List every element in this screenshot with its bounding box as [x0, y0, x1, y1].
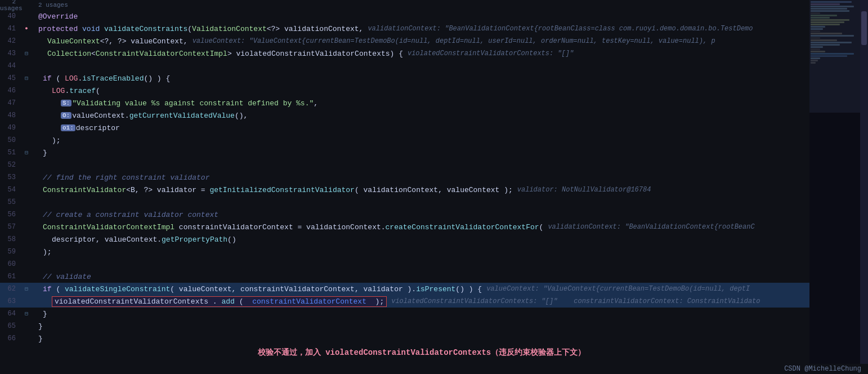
code-line-56: // create a constraint validator context: [34, 208, 809, 221]
code-line-47: S: "Validating value %s against constrai…: [34, 97, 809, 109]
code-line-59: );: [34, 246, 809, 258]
annotation-warning: 校验不通过，加入 violatedConstraintValidatorCont…: [258, 348, 585, 358]
type-ValueContext: ValueContext: [47, 37, 100, 46]
method-isTraceEnabled: isTraceEnabled: [82, 74, 144, 83]
line-num-57: 57: [0, 223, 21, 231]
line-num-59: 59: [0, 248, 21, 256]
code-line-42: ValueContext <?, ?> valueContext , value…: [34, 35, 809, 47]
gutter-icon-62: ⊟: [21, 286, 32, 292]
selected-code-box: violatedConstraintValidatorContexts . ad…: [52, 296, 387, 307]
brace-close-51: }: [43, 149, 47, 157]
line-num-41: 41: [0, 25, 21, 33]
keyword-if-62: if: [43, 285, 52, 293]
code-line-66: }: [34, 332, 809, 345]
keyword-protected: protected: [38, 25, 78, 33]
scrollbar-thumb[interactable]: [861, 11, 867, 45]
method-getInitializedConstraintValidator: getInitializedConstraintValidator: [209, 186, 354, 194]
line-num-61: 61: [0, 273, 21, 280]
line-num-62: 62: [0, 285, 21, 293]
comment-find-validator: // find the right constraint validator: [43, 173, 209, 182]
hint-validationContext-57: validationContext: "BeanValidationContex…: [548, 223, 754, 231]
line-num-46: 46: [0, 87, 21, 95]
param-descriptor-58: descriptor: [52, 235, 96, 244]
minimap[interactable]: [809, 0, 860, 374]
method-isPresent: isPresent: [416, 285, 455, 293]
type-ConstraintValidator-54: ConstraintValidator: [43, 186, 126, 194]
param-descriptor: descriptor: [76, 124, 120, 132]
paren-close-59: );: [43, 248, 52, 256]
brace-close-64: }: [43, 310, 47, 318]
line-num-63: 63: [0, 297, 21, 305]
code-line-46: LOG . tracef (: [34, 84, 809, 97]
code-line-54: ConstraintValidator <B, ?> validator = g…: [34, 184, 809, 196]
method-validateConstraints: validateConstraints: [104, 25, 187, 33]
string-validating: "Validating value %s against constraint …: [72, 99, 314, 108]
param-violatedConstraintValidatorContexts: violatedConstraintValidatorContexts: [236, 50, 390, 58]
method-createConstraintValidatorContextFor: createConstraintValidatorContextFor: [386, 223, 539, 231]
type-ConstraintValidatorContextImpl: ConstraintValidatorContextImpl: [96, 50, 227, 58]
code-content-area[interactable]: 2 usages @Override protected void valida…: [34, 0, 809, 374]
param-valueContext-58: valueContext: [105, 235, 158, 244]
hint-violated-43: violatedConstraintValidatorContexts: "[]…: [408, 50, 574, 57]
footer-credit: CSDN @MichelleChung: [784, 365, 861, 373]
hint-valueContext-62: valueContext: "ValueContext{currentBean=…: [486, 285, 750, 293]
badge-o1: o1:: [61, 124, 75, 131]
code-line-43: Collection < ConstraintValidatorContextI…: [34, 47, 809, 60]
line-num-40: 40: [0, 12, 21, 20]
gutter-icon-51: ⊟: [21, 149, 32, 156]
comment-create-context: // create a constraint validator context: [43, 211, 218, 219]
line-num-64: 64: [0, 310, 21, 318]
hint-validator-54: validator: NotNullValidator@16784: [517, 186, 651, 194]
footer-bar: CSDN @MichelleChung: [777, 364, 868, 374]
scrollbar-track[interactable]: [860, 0, 868, 374]
method-getPropertyPath: getPropertyPath: [162, 235, 227, 244]
hint-validationContext: validationContext: "BeanValidationContex…: [368, 25, 753, 33]
line-num-54: 54: [0, 186, 21, 194]
method-validateSingleConstraint: validateSingleConstraint: [65, 285, 170, 293]
line-number-gutter: 2 usages 40 41 ● 42: [0, 0, 34, 374]
line-num-42: 42: [0, 37, 21, 45]
code-line-62: if ( validateSingleConstraint ( valueCon…: [34, 283, 809, 295]
line-num-53: 53: [0, 173, 21, 181]
line-num-60: 60: [0, 260, 21, 268]
code-line-52: [34, 159, 809, 171]
method-tracef: tracef: [69, 87, 96, 95]
line-num-66: 66: [0, 335, 21, 342]
comment-validate: // validate: [43, 273, 91, 281]
code-line-57: ConstraintValidatorContextImpl constrain…: [34, 221, 809, 233]
method-add: add: [221, 297, 234, 306]
code-line-63: violatedConstraintValidatorContexts . ad…: [34, 295, 809, 308]
keyword-void: void: [82, 25, 100, 33]
code-line-60: [34, 258, 809, 270]
paren-close-50: );: [52, 136, 61, 145]
code-line-40: @Override: [34, 10, 809, 23]
keyword-if-45: if: [43, 74, 52, 83]
type-ValidationContext: ValidationContext: [192, 25, 267, 33]
line-num-52: 52: [0, 161, 21, 169]
vertical-scrollbar[interactable]: [860, 0, 868, 374]
line-num-44: 44: [0, 62, 21, 70]
brace-close-65: }: [38, 322, 43, 331]
badge-o: O:: [61, 112, 71, 119]
line-num-58: 58: [0, 235, 21, 243]
method-getCurrentValidatedValue: getCurrentValidatedValue: [129, 112, 235, 120]
code-line-51: }: [34, 146, 809, 159]
editor-container: 2 usages 40 41 ● 42: [0, 0, 868, 374]
gutter-icon-64: ⊟: [21, 310, 32, 317]
brace-close-66: }: [38, 335, 43, 343]
type-Collection: Collection: [47, 50, 91, 58]
hint-valueContext-42: valueContext: "ValueContext{currentBean=…: [193, 37, 715, 45]
usages-count: 2 usages: [38, 2, 68, 8]
code-line-49: o1: descriptor: [34, 122, 809, 134]
annotation-override: @Override: [38, 12, 78, 21]
line-num-48: 48: [0, 112, 21, 119]
gutter-icon-45: ⊟: [21, 75, 32, 82]
code-line-58: descriptor , valueContext . getPropertyP…: [34, 233, 809, 246]
param-validationContext: validationContext: [284, 25, 359, 33]
line-num-65: 65: [0, 322, 21, 330]
hint-violated-63: violatedConstraintValidatorContexts: "[]…: [391, 297, 760, 305]
code-line-55: [34, 196, 809, 208]
log-variable: LOG: [52, 87, 65, 95]
line-num-45: 45: [0, 74, 21, 82]
code-line-53: // find the right constraint validator: [34, 171, 809, 184]
